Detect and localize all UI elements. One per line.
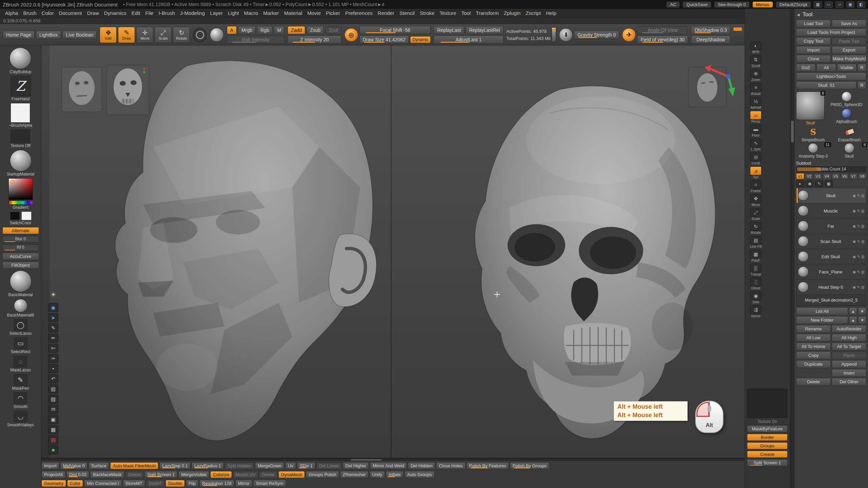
zremesher-button[interactable]: ZRemesher — [340, 471, 369, 478]
menu-zplugin[interactable]: Zplugin — [501, 9, 523, 17]
import-button[interactable]: Import — [41, 462, 59, 469]
menus-button[interactable]: Menus — [752, 1, 773, 8]
color-button[interactable]: Color — [67, 480, 83, 487]
eye-icon[interactable]: ◉ — [806, 180, 814, 187]
folder-icon[interactable]: ▥ — [861, 285, 865, 289]
scale-mode-button[interactable]: ⤢Scale — [155, 27, 172, 43]
polish-by-features-button[interactable]: Polish By Features — [467, 462, 509, 469]
all-to-home-button[interactable]: All To Home — [796, 343, 831, 350]
menu-i-brush[interactable]: I-Brush — [156, 9, 177, 17]
alternate-button[interactable]: Alternate — [2, 227, 39, 234]
flip-button[interactable]: Flip — [186, 480, 198, 487]
brush-icon[interactable]: ✎ — [857, 285, 860, 289]
item-button[interactable]: ▴ — [849, 307, 857, 315]
menu-draw[interactable]: Draw — [85, 9, 101, 17]
insert-button[interactable]: Insert — [832, 369, 866, 377]
polish-by-groups-button[interactable]: Polish By Groups — [510, 462, 549, 469]
angle-of-view-slider[interactable]: Angle Of View — [637, 26, 688, 34]
solo-toggle[interactable]: ◉Solo — [747, 291, 765, 304]
brush-icon[interactable]: ✎ — [857, 194, 860, 198]
l-sym-toggle[interactable]: ∿L.Sym — [747, 139, 765, 151]
persp-toggle[interactable]: ▱Persp — [747, 111, 765, 124]
local-toggle[interactable]: ◎Local — [747, 152, 765, 165]
clone-button[interactable]: Clone — [796, 55, 831, 63]
mirror-and-weld-button[interactable]: Mirror And Weld — [370, 462, 407, 469]
lightbox-button[interactable]: LightBox — [36, 31, 61, 39]
draw-size-slider[interactable]: Draw Size 41.42062 — [359, 36, 409, 44]
brush-icon[interactable]: ✎ — [857, 224, 860, 228]
eye-icon[interactable]: ◉ — [853, 255, 856, 259]
menu-help[interactable]: Help — [544, 9, 559, 17]
rgb-paint-button[interactable]: Rgb — [257, 26, 273, 34]
obj-shadow-slider[interactable]: ObjShadow 0.3 — [691, 26, 730, 34]
geometry-button[interactable]: Geometry — [41, 480, 66, 487]
zoom-toggle[interactable]: ⊕Zoom — [747, 69, 765, 82]
m-paint-button[interactable]: M — [274, 26, 285, 34]
rename-button[interactable]: Rename — [796, 325, 831, 333]
smart-resym-button[interactable]: Smart ReSym — [253, 480, 286, 487]
a-paint-button[interactable]: A — [227, 26, 237, 34]
pencil-icon[interactable]: ✏ — [48, 333, 58, 343]
subtool-row-skull[interactable]: Skull◉✎▥ — [796, 188, 866, 203]
folder-icon[interactable]: ▥ — [861, 224, 865, 228]
basicmaterial-thumbnail[interactable] — [10, 270, 32, 292]
eye-icon[interactable]: ◉ — [853, 239, 856, 244]
all-high-button[interactable]: All High — [832, 334, 866, 342]
menu-brush[interactable]: Brush — [21, 9, 39, 17]
brush-icon[interactable]: ✎ — [857, 255, 860, 259]
crease-button[interactable]: Crease — [747, 451, 788, 458]
menu-stencil[interactable]: Stencil — [397, 9, 417, 17]
points-vertical-slider[interactable] — [552, 27, 556, 42]
subtool-row-head-step-5[interactable]: Head Step-5◉✎▥ — [796, 280, 866, 295]
sdiv-1-button[interactable]: SDiv 1 — [297, 462, 315, 469]
menu-marker[interactable]: Marker — [261, 9, 281, 17]
split-screen-1-button[interactable]: Split Screen 1 — [144, 471, 177, 478]
xpose-toggle[interactable]: ⇶Xpose — [747, 305, 765, 318]
dist-0-02-button[interactable]: Dist 0.02 — [66, 471, 89, 478]
rotate-toggle[interactable]: ↻Rotate — [747, 222, 765, 235]
scroll-toggle[interactable]: ⇅Scroll — [747, 55, 765, 68]
mirror-button[interactable]: Mirror — [235, 480, 252, 487]
menu-alpha[interactable]: Alpha — [3, 9, 20, 17]
menu-layer[interactable]: Layer — [208, 9, 225, 17]
ac-button[interactable]: AC — [666, 1, 680, 8]
canvas-horizontal-scrollbar[interactable] — [41, 458, 745, 461]
draw-mode-button[interactable]: ✎Draw — [118, 27, 135, 43]
groups-button[interactable]: Groups — [747, 442, 788, 449]
selectrect-thumbnail[interactable]: ▭ — [14, 338, 27, 349]
zadd-button[interactable]: Zadd — [288, 26, 305, 34]
storemt-button[interactable]: StoreMT — [123, 480, 145, 487]
subtool-row-fat[interactable]: Fat◉✎▥ — [796, 219, 866, 234]
menu-stroke[interactable]: Stroke — [417, 9, 437, 17]
tool-thumb-alphabrush[interactable]: AlphaBrush — [827, 108, 866, 124]
menu-material[interactable]: Material — [282, 9, 304, 17]
del-hidden-button[interactable]: Del Hidden — [408, 462, 435, 469]
menu-render[interactable]: Render — [375, 9, 397, 17]
alpha-preview-button[interactable] — [210, 28, 224, 42]
focal-shift-slider[interactable]: Focal Shift -56 — [359, 26, 431, 34]
startupmaterial-thumbnail[interactable] — [10, 150, 32, 171]
export-button[interactable]: Export — [832, 46, 866, 54]
edit-mode-button[interactable]: ✥Edit — [100, 27, 117, 43]
accucurve-button[interactable]: AccuCurve — [2, 253, 39, 260]
menu-dynamics[interactable]: Dynamics — [102, 9, 129, 17]
eye-icon[interactable]: ◉ — [853, 209, 856, 213]
zcut-button[interactable]: Zcut — [325, 26, 341, 34]
subtool-row-scan-skull[interactable]: Scan Skull◉✎▥ — [796, 234, 866, 249]
groups-polish-button[interactable]: Groups Polish — [306, 471, 339, 478]
quicksave-button[interactable]: QuickSave — [683, 1, 711, 8]
all-low-button[interactable]: All Low — [796, 334, 831, 342]
subtool-tab-v7[interactable]: V7 — [849, 173, 857, 179]
image-icon[interactable]: ▣ — [48, 415, 58, 424]
import-button[interactable]: Import — [796, 46, 831, 54]
menu-transform[interactable]: Transform — [473, 9, 501, 17]
subtool-tab-v8[interactable]: V8 — [858, 173, 866, 179]
del-higher-button[interactable]: Del Higher — [343, 462, 369, 469]
polyf-toggle[interactable]: ▦PolyF — [747, 250, 765, 263]
menu-picker[interactable]: Picker — [323, 9, 342, 17]
visible-button[interactable]: Visible — [837, 64, 856, 72]
secondary-color-well[interactable] — [21, 211, 32, 220]
fillobject-button[interactable]: FillObject — [2, 262, 39, 269]
menu-preferences[interactable]: Preferences — [343, 9, 375, 17]
subtool-row-edit-skull[interactable]: Edit Skull◉✎▥ — [796, 249, 866, 264]
